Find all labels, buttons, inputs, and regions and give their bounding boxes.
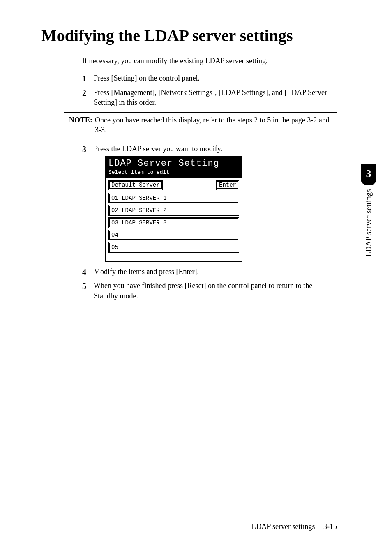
step-text: Modify the items and press [Enter]. [94, 268, 199, 276]
intro-text: If necessary, you can modify the existin… [82, 56, 337, 66]
step-text: Press the LDAP server you want to modify… [94, 145, 222, 153]
step-4: 4 Modify the items and press [Enter]. [82, 267, 337, 277]
server-list: 01:LDAP SERVER 1 02:LDAP SERVER 2 03:LDA… [108, 193, 239, 253]
side-tab: 3 LDAP server settings [361, 164, 376, 256]
page-footer: LDAP server settings 3-15 [41, 518, 337, 531]
enter-button-label: Enter [217, 181, 238, 189]
screen-subtitle: Select item to edit. [108, 169, 239, 176]
step-3: 3 Press the LDAP server you want to modi… [82, 144, 337, 262]
server-list-item[interactable]: 04: [108, 230, 239, 240]
step-5: 5 When you have finished press [Reset] o… [82, 281, 337, 301]
step-number: 2 [82, 88, 86, 99]
server-list-item[interactable]: 05: [108, 242, 239, 253]
server-list-item[interactable]: 03:LDAP SERVER 3 [108, 217, 239, 228]
footer-page-number: 3-15 [323, 522, 337, 531]
enter-button[interactable]: Enter [216, 180, 239, 190]
default-server-button[interactable]: Default Server [108, 180, 163, 190]
step-number: 5 [82, 281, 86, 292]
footer-section: LDAP server settings [251, 522, 315, 531]
step-text: Press [Management], [Network Settings], … [94, 88, 327, 106]
step-number: 1 [82, 73, 86, 84]
screen-title: LDAP Server Setting [108, 159, 239, 168]
step-number: 4 [82, 267, 86, 278]
ldap-server-setting-screen: LDAP Server Setting Select item to edit.… [105, 156, 242, 262]
step-text: Press [Setting] on the control panel. [94, 74, 200, 82]
default-server-button-label: Default Server [109, 181, 162, 189]
server-list-item[interactable]: 02:LDAP SERVER 2 [108, 205, 239, 216]
server-list-item[interactable]: 01:LDAP SERVER 1 [108, 193, 239, 203]
note-block: NOTE: Once you have reached this display… [64, 112, 337, 138]
chapter-tab-number: 3 [361, 164, 376, 185]
note-text: Once you have reached this display, refe… [95, 115, 337, 135]
chapter-tab-text: LDAP server settings [364, 189, 374, 256]
screen-header: LDAP Server Setting Select item to edit. [106, 157, 242, 178]
step-number: 3 [82, 144, 86, 155]
step-2: 2 Press [Management], [Network Settings]… [82, 88, 337, 108]
page-title: Modifying the LDAP server settings [41, 25, 392, 47]
step-1: 1 Press [Setting] on the control panel. [82, 73, 337, 83]
note-label: NOTE: [64, 115, 95, 135]
step-text: When you have finished press [Reset] on … [94, 282, 312, 300]
